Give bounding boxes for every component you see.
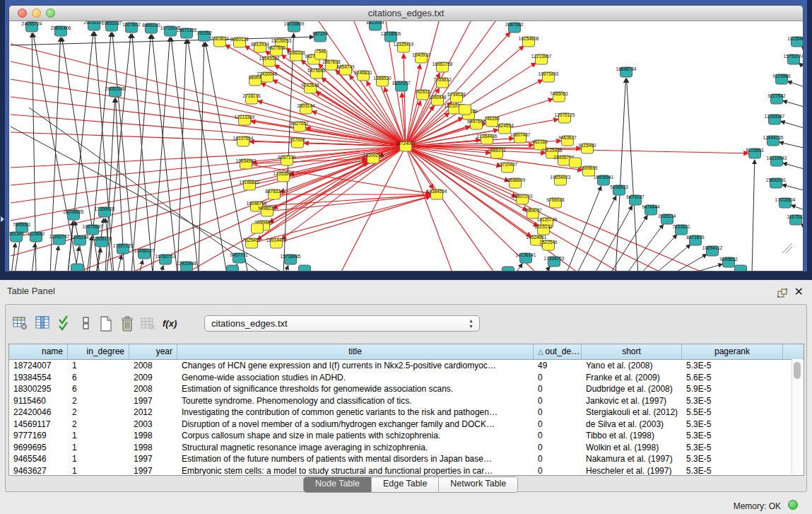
network-node[interactable]: 15751074 — [784, 54, 803, 64]
table-cell[interactable]: 0 — [534, 465, 582, 477]
table-row[interactable]: 977716911998Corpus callosum shape and si… — [9, 430, 804, 442]
network-node[interactable]: 8912934 — [251, 42, 269, 52]
network-node[interactable]: 12218506 — [381, 31, 401, 42]
network-node[interactable]: 16671355 — [177, 28, 197, 38]
network-node[interactable]: 12444135 — [763, 135, 784, 146]
network-node[interactable]: 8960128 — [230, 37, 249, 47]
network-node[interactable]: 8220357 — [392, 81, 411, 91]
table-cell[interactable]: 1 — [68, 442, 129, 454]
table-cell[interactable]: Embryonic stem cells: a model to study s… — [177, 465, 534, 477]
network-node[interactable]: 9463627 — [558, 135, 577, 146]
table-cell[interactable]: 19384554 — [9, 372, 68, 384]
minimize-window-button[interactable] — [32, 8, 41, 18]
table-row[interactable]: 1872400712008Changes of HCN gene express… — [9, 360, 804, 372]
network-node[interactable]: 98904 — [249, 75, 261, 86]
network-node[interactable]: 17334263 — [544, 256, 565, 267]
table-cell[interactable]: 0 — [534, 419, 582, 431]
table-cell[interactable]: de Silva et al. (2003) — [582, 419, 682, 431]
table-cell[interactable]: Nakamura et al. (1997) — [582, 453, 682, 465]
network-node[interactable]: 16409541 — [594, 175, 614, 185]
network-node[interactable]: 5938923 — [610, 185, 628, 195]
table-cell[interactable]: 9777169 — [9, 430, 68, 442]
network-node[interactable] — [252, 223, 264, 233]
table-cell[interactable]: 9699695 — [9, 442, 68, 454]
table-cell[interactable]: 0 — [534, 395, 582, 407]
network-node[interactable]: 12093387 — [765, 114, 785, 124]
column-header-short[interactable]: short — [582, 344, 682, 359]
network-node[interactable]: 10958107 — [134, 248, 155, 259]
network-node[interactable]: 9756928 — [546, 197, 565, 208]
network-node[interactable]: 1540910 — [412, 52, 430, 63]
network-node[interactable]: 21364436 — [477, 134, 498, 144]
network-node[interactable]: 16961758 — [433, 62, 453, 72]
network-graph[interactable]: 1872400776638228960128891293415226053982… — [9, 21, 803, 271]
network-node[interactable]: 7632621 — [672, 224, 690, 235]
show-columns-icon[interactable] — [35, 315, 52, 332]
network-node[interactable]: 2935114 — [659, 214, 676, 224]
network-node[interactable]: 16210643 — [767, 156, 787, 166]
table-cell[interactable]: 22420046 — [9, 407, 68, 419]
table-row[interactable]: 1830029562008Estimation of significance … — [9, 383, 804, 395]
network-node[interactable]: 1527802 — [122, 22, 141, 33]
table-cell[interactable]: 9115460 — [9, 395, 68, 407]
table-cell[interactable]: 5.5E-5 — [682, 407, 783, 419]
table-cell[interactable]: Estimation of significance thresholds fo… — [177, 383, 534, 395]
table-cell[interactable]: 2003 — [129, 419, 177, 431]
network-node[interactable]: 24055724 — [22, 21, 42, 32]
table-cell[interactable]: 2008 — [129, 360, 177, 372]
network-node[interactable]: 8186328 — [287, 50, 305, 61]
table-cell[interactable]: 1997 — [129, 453, 177, 465]
table-cell[interactable]: Estimation of the future numbers of pati… — [177, 453, 534, 465]
network-node[interactable]: 12213967 — [531, 54, 552, 64]
network-node[interactable]: 6479197 — [626, 194, 645, 205]
network-node[interactable]: 19654923 — [551, 175, 571, 185]
function-builder-icon[interactable]: f(x) — [163, 318, 177, 329]
table-cell[interactable]: 1998 — [129, 430, 177, 442]
network-node[interactable]: 2687682 — [505, 22, 524, 33]
network-node[interactable]: 29053346 — [105, 86, 126, 97]
network-node[interactable]: 8471676 — [686, 235, 705, 245]
table-cell[interactable]: 2 — [68, 407, 129, 419]
table-row[interactable]: 969969511998Structural magnetic resonanc… — [9, 442, 804, 454]
window-titlebar[interactable]: citations_edges.txt — [9, 6, 803, 21]
network-node[interactable]: 20206505 — [64, 209, 84, 220]
close-panel-icon[interactable]: ✕ — [794, 285, 804, 298]
tab-network-table[interactable]: Network Table — [439, 477, 517, 492]
table-cell[interactable]: 18724007 — [9, 360, 68, 372]
table-cell[interactable]: Tibbo et al. (1998) — [582, 430, 682, 442]
network-node[interactable] — [299, 265, 311, 271]
delete-table-icon[interactable] — [119, 315, 136, 332]
network-node[interactable]: 2803144 — [297, 103, 315, 114]
tab-node-table[interactable]: Node Table — [304, 477, 372, 492]
column-header-title[interactable]: title — [177, 344, 534, 359]
table-cell[interactable]: 2008 — [129, 383, 177, 395]
row-height-icon[interactable] — [81, 315, 98, 332]
table-cell[interactable]: 5.3E-5 — [682, 360, 783, 372]
network-node[interactable]: 14136141 — [516, 252, 536, 263]
tab-edge-table[interactable]: Edge Table — [372, 477, 439, 492]
table-vertical-scrollbar[interactable] — [792, 359, 803, 474]
table-cell[interactable]: 6 — [68, 372, 129, 384]
table-cell[interactable]: 0 — [534, 372, 582, 384]
network-node[interactable]: 9827505 — [267, 45, 286, 56]
close-window-button[interactable] — [18, 8, 27, 18]
table-cell[interactable]: 14569117 — [9, 419, 68, 431]
table-row[interactable]: 1938455462009Genome-wide association stu… — [9, 372, 804, 384]
network-node[interactable]: 1588520 — [373, 76, 392, 86]
network-node[interactable]: 1145194 — [71, 235, 89, 245]
network-node[interactable]: 10654112 — [702, 245, 723, 256]
network-node[interactable]: 7485063 — [550, 91, 568, 102]
network-node[interactable]: 8267130 — [278, 155, 296, 165]
table-cell[interactable]: 5.3E-5 — [682, 465, 783, 477]
table-cell[interactable]: Franke et al. (2009) — [582, 372, 682, 384]
table-cell[interactable]: Stergiakouli et al. (2012) — [582, 407, 682, 419]
clear-table-icon[interactable] — [140, 315, 157, 332]
network-node[interactable]: 16033809 — [284, 21, 305, 32]
column-header-in_degree[interactable]: in_degree — [68, 344, 129, 359]
table-cell[interactable]: 0 — [534, 430, 582, 442]
table-cell[interactable]: 5.3E-5 — [682, 419, 783, 431]
table-cell[interactable]: Genome-wide association studies in ADHD. — [177, 372, 534, 384]
table-row[interactable]: 911546021997Tourette syndrome. Phenomeno… — [9, 395, 804, 407]
network-node[interactable]: 17957225 — [113, 243, 134, 254]
network-node[interactable]: 9227542 — [767, 93, 786, 104]
